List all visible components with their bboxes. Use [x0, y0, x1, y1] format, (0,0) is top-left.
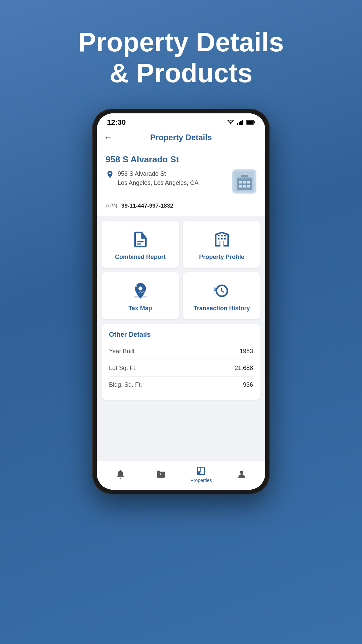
svg-rect-17	[238, 177, 251, 178]
svg-rect-13	[239, 185, 242, 187]
detail-value-bldg-sqft: 936	[243, 381, 253, 388]
detail-row-bldg-sqft: Bldg. Sq. Ft. 936	[109, 377, 253, 393]
svg-rect-7	[247, 121, 253, 124]
svg-rect-19	[134, 296, 146, 298]
map-pin-icon	[131, 281, 150, 300]
building-icon	[213, 230, 231, 249]
product-card-combined-report[interactable]: Combined Report	[102, 221, 179, 268]
detail-row-lot-sqft: Lot Sq. Ft. 21,688	[109, 360, 253, 377]
product-label-property-profile: Property Profile	[199, 254, 244, 261]
address-line1: 958 S Alvarado St	[118, 169, 198, 178]
nav-tab-label-properties: Properties	[190, 478, 212, 483]
product-card-tax-map[interactable]: Tax Map	[102, 272, 179, 319]
battery-icon	[246, 120, 255, 125]
product-card-property-profile[interactable]: Property Profile	[183, 221, 260, 268]
hero-title: Property Details & Products	[58, 27, 304, 89]
svg-point-20	[240, 471, 243, 474]
detail-label-bldg-sqft: Bldg. Sq. Ft.	[109, 381, 142, 388]
address-line2: Los Angeles, Los Angeles, CA	[118, 178, 198, 187]
person-icon	[236, 469, 247, 480]
location-icon	[106, 170, 114, 179]
product-card-transaction-history[interactable]: Transaction History	[183, 272, 260, 319]
detail-label-lot-sqft: Lot Sq. Ft.	[109, 365, 137, 372]
svg-rect-3	[240, 121, 242, 125]
detail-value-lot-sqft: 21,688	[235, 365, 253, 372]
product-label-transaction-history: Transaction History	[193, 305, 250, 312]
svg-rect-2	[239, 122, 240, 125]
svg-rect-10	[239, 181, 242, 183]
document-icon	[131, 230, 150, 249]
svg-rect-4	[242, 120, 243, 125]
svg-rect-11	[243, 181, 246, 183]
phone-mockup: 12:30	[92, 109, 270, 494]
property-card: 958 S Alvarado St 958 S Alvarado St Los …	[97, 148, 265, 216]
history-icon	[213, 281, 231, 300]
detail-value-year-built: 1983	[240, 348, 253, 355]
nav-tab-notifications[interactable]	[107, 469, 134, 480]
status-icons	[227, 120, 255, 125]
back-button[interactable]: ←	[104, 132, 113, 143]
svg-point-18	[134, 285, 137, 287]
nav-tab-properties[interactable]: Properties	[188, 466, 215, 483]
svg-rect-12	[247, 181, 250, 183]
svg-rect-1	[237, 123, 238, 125]
book-icon	[196, 466, 206, 476]
content-area[interactable]: 958 S Alvarado St 958 S Alvarado St Los …	[97, 148, 265, 461]
nav-header: ← Property Details	[97, 129, 265, 148]
star-folder-icon	[156, 469, 166, 480]
property-name: 958 S Alvarado St	[106, 154, 256, 165]
signal-icon	[237, 120, 244, 125]
apn-label: APN	[106, 203, 117, 209]
svg-rect-14	[243, 185, 246, 187]
other-details-title: Other Details	[109, 331, 253, 338]
svg-marker-0	[229, 122, 232, 124]
other-details-section: Other Details Year Built 1983 Lot Sq. Ft…	[102, 324, 260, 400]
wifi-icon	[227, 120, 234, 125]
phone-screen: 12:30	[97, 113, 265, 490]
apn-value: 99-11-447-997-1832	[121, 203, 173, 209]
svg-rect-15	[247, 185, 250, 187]
svg-rect-9	[237, 178, 252, 190]
nav-title: Property Details	[150, 133, 212, 142]
product-label-combined-report: Combined Report	[115, 254, 166, 261]
bottom-nav: Properties	[97, 461, 265, 490]
nav-tab-profile[interactable]	[228, 469, 255, 480]
status-bar: 12:30	[97, 113, 265, 129]
product-label-tax-map: Tax Map	[128, 305, 152, 312]
svg-rect-6	[254, 121, 255, 123]
detail-label-year-built: Year Built	[109, 348, 134, 355]
bell-icon	[115, 469, 126, 480]
status-time: 12:30	[107, 118, 126, 127]
detail-row-year-built: Year Built 1983	[109, 343, 253, 360]
products-grid: Combined Report Property Profile	[97, 216, 265, 324]
property-thumbnail	[232, 169, 256, 194]
nav-tab-saved[interactable]	[147, 469, 174, 480]
